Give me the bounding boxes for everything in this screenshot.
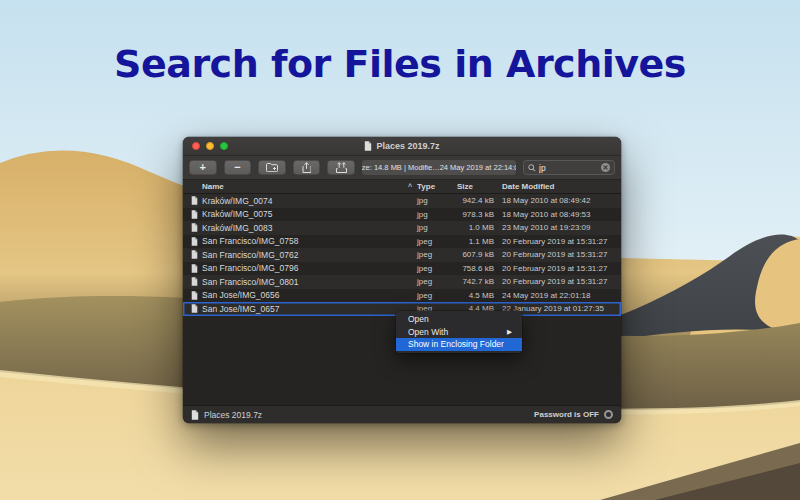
table-row[interactable]: Kraków/IMG_0074 jpg 942.4 kB 18 May 2010… [183, 194, 621, 208]
file-type: jpeg [417, 291, 457, 300]
document-icon [191, 410, 199, 420]
file-type: jpeg [417, 277, 457, 286]
file-date-modified: 24 May 2019 at 22:01:18 [494, 291, 621, 300]
file-document-icon [191, 304, 198, 313]
traffic-lights [192, 137, 228, 155]
share-icon [302, 162, 311, 173]
file-type: jpeg [417, 250, 457, 259]
table-row[interactable]: San Francisco/IMG_0758 jpeg 1.1 MB 20 Fe… [183, 235, 621, 249]
archive-window: Places 2019.7z + − [183, 137, 621, 423]
file-size: 978.3 kB [457, 210, 494, 219]
file-date-modified: 20 February 2019 at 15:31:27 [494, 250, 621, 259]
file-document-icon [191, 223, 198, 232]
file-document-icon [191, 250, 198, 259]
search-field: ✕ [523, 160, 615, 175]
minimize-button[interactable] [206, 142, 214, 150]
extract-icon [336, 162, 347, 173]
search-input[interactable] [539, 163, 598, 173]
password-status-label: Password is OFF [534, 410, 599, 419]
file-name: San Francisco/IMG_0758 [202, 236, 417, 246]
table-row[interactable]: San Francisco/IMG_0796 jpeg 758.6 kB 20 … [183, 262, 621, 276]
menu-item-show-in-enclosing-folder[interactable]: Show in Enclosing Folder ▶ [396, 338, 522, 351]
file-date-modified: 18 May 2010 at 08:49:53 [494, 210, 621, 219]
file-name: Kraków/IMG_0083 [202, 223, 417, 233]
file-type: jpeg [417, 264, 457, 273]
file-document-icon [191, 277, 198, 286]
file-document-icon [191, 237, 198, 246]
file-name: San Francisco/IMG_0801 [202, 277, 417, 287]
context-menu: Open ▶ Open With ▶ Show in Enclosing Fol… [396, 311, 522, 353]
archive-info-pill: Size: 14.8 MB | Modifie…24 May 2019 at 2… [362, 160, 516, 175]
file-size: 942.4 kB [457, 196, 494, 205]
page-title: Search for Files in Archives [0, 42, 800, 86]
window-title: Places 2019.7z [376, 141, 439, 151]
column-header-name[interactable]: Name ^ [202, 182, 417, 191]
file-date-modified: 20 February 2019 at 15:31:27 [494, 237, 621, 246]
menu-item-open[interactable]: Open ▶ [396, 313, 522, 326]
extract-button[interactable] [327, 160, 355, 175]
file-size: 742.7 kB [457, 277, 494, 286]
search-icon [528, 164, 536, 172]
sort-ascending-icon: ^ [408, 183, 412, 190]
file-size: 1.0 MB [457, 223, 494, 232]
file-type: jpg [417, 196, 457, 205]
file-name: Kraków/IMG_0075 [202, 209, 417, 219]
column-header-type[interactable]: Type [417, 182, 457, 191]
file-name: Kraków/IMG_0074 [202, 196, 417, 206]
file-document-icon [191, 264, 198, 273]
desktop: Search for Files in Archives Places 2019… [0, 0, 800, 500]
table-row[interactable]: San Jose/IMG_0656 jpeg 4.5 MB 24 May 201… [183, 289, 621, 303]
share-button[interactable] [293, 160, 321, 175]
file-name: San Francisco/IMG_0796 [202, 263, 417, 273]
add-button[interactable]: + [189, 160, 217, 175]
zoom-button[interactable] [220, 142, 228, 150]
table-row[interactable]: San Francisco/IMG_0762 jpeg 607.9 kB 20 … [183, 248, 621, 262]
status-archive-name: Places 2019.7z [204, 410, 262, 420]
minus-icon: − [234, 162, 240, 173]
submenu-arrow-icon: ▶ [507, 328, 512, 336]
file-size: 1.1 MB [457, 237, 494, 246]
new-folder-icon [266, 163, 278, 172]
file-table: Kraków/IMG_0074 jpg 942.4 kB 18 May 2010… [183, 194, 621, 316]
file-date-modified: 23 May 2010 at 19:23:09 [494, 223, 621, 232]
archive-info-text: Size: 14.8 MB | Modifie…24 May 2019 at 2… [362, 163, 516, 172]
file-document-icon [191, 196, 198, 205]
file-name: San Francisco/IMG_0762 [202, 250, 417, 260]
file-type: jpg [417, 210, 457, 219]
table-header: Name ^ Type Size Date Modified [183, 180, 621, 194]
file-date-modified: 20 February 2019 at 15:31:27 [494, 277, 621, 286]
document-icon [364, 141, 372, 151]
file-size: 4.5 MB [457, 291, 494, 300]
table-row[interactable]: Kraków/IMG_0075 jpg 978.3 kB 18 May 2010… [183, 208, 621, 222]
new-folder-button[interactable] [258, 160, 286, 175]
menu-item-open-with[interactable]: Open With ▶ [396, 326, 522, 339]
file-type: jpeg [417, 237, 457, 246]
close-button[interactable] [192, 142, 200, 150]
table-row[interactable]: Kraków/IMG_0083 jpg 1.0 MB 23 May 2010 a… [183, 221, 621, 235]
plus-icon: + [200, 162, 206, 173]
password-toggle-icon[interactable] [604, 410, 613, 419]
file-document-icon [191, 291, 198, 300]
table-row[interactable]: San Francisco/IMG_0801 jpeg 742.7 kB 20 … [183, 275, 621, 289]
file-date-modified: 18 May 2010 at 08:49:42 [494, 196, 621, 205]
clear-search-button[interactable]: ✕ [601, 163, 610, 172]
file-type: jpg [417, 223, 457, 232]
file-size: 607.9 kB [457, 250, 494, 259]
toolbar: + − [183, 156, 621, 180]
column-header-date[interactable]: Date Modified [494, 182, 621, 191]
file-name: San Jose/IMG_0656 [202, 290, 417, 300]
file-name: San Jose/IMG_0657 [202, 304, 417, 314]
status-bar: Places 2019.7z Password is OFF [183, 405, 621, 423]
column-header-size[interactable]: Size [457, 182, 494, 191]
file-date-modified: 20 February 2019 at 15:31:27 [494, 264, 621, 273]
remove-button[interactable]: − [224, 160, 252, 175]
file-size: 758.6 kB [457, 264, 494, 273]
file-document-icon [191, 210, 198, 219]
window-titlebar[interactable]: Places 2019.7z [183, 137, 621, 156]
